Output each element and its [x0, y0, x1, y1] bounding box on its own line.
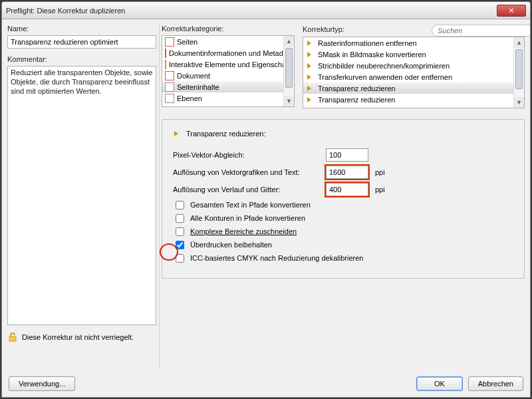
scrollbar[interactable]: ▲▼	[513, 37, 524, 108]
type-list[interactable]: Rasterinformationen entfernen SMask in B…	[303, 37, 525, 108]
arrow-icon	[173, 129, 182, 138]
list-item[interactable]: Ebenen	[162, 92, 283, 104]
ok-button[interactable]: OK	[416, 376, 463, 391]
checkbox-row[interactable]: Komplexe Bereiche zuschneiden	[173, 225, 513, 238]
document-icon	[165, 71, 174, 80]
arrow-icon	[306, 72, 315, 82]
right-area: Korrekturkategorie: Seiten Dokumentinfor…	[162, 25, 525, 368]
list-item[interactable]: Interaktive Elemente und Eigenschaften	[162, 59, 283, 70]
interactive-icon	[165, 60, 166, 69]
search-input[interactable]	[432, 25, 531, 37]
checkbox-row[interactable]: ICC-basiertes CMYK nach Reduzierung deka…	[173, 251, 513, 265]
layer-icon	[165, 94, 174, 103]
pixel-vector-input[interactable]	[326, 148, 368, 162]
params-title: Transparenz reduzieren:	[186, 130, 265, 138]
window-title: Preflight: Diese Korrektur duplizieren	[6, 7, 497, 15]
list-item[interactable]: Strichbilder neuberechnen/komprimieren	[303, 60, 513, 71]
type-label: Korrekturtyp:	[303, 25, 432, 33]
icc-cmyk-checkbox[interactable]	[176, 254, 184, 263]
name-input[interactable]	[7, 35, 156, 49]
gradient-res-input[interactable]	[326, 183, 368, 196]
arrow-icon	[306, 50, 315, 59]
param-label: Auflösung von Vektorgrafiken und Text:	[173, 168, 326, 176]
params-panel: Transparenz reduzieren: Pixel-Vektor-Abg…	[162, 119, 525, 279]
arrow-icon	[306, 95, 315, 104]
text-to-paths-checkbox[interactable]	[176, 201, 184, 209]
outlines-to-paths-checkbox[interactable]	[176, 214, 184, 223]
scrollbar[interactable]: ▲▼	[283, 36, 294, 106]
content-icon	[165, 82, 174, 92]
comment-label: Kommentar:	[7, 55, 156, 63]
cancel-button[interactable]: Abbrechen	[468, 376, 523, 391]
clip-complex-checkbox[interactable]	[176, 227, 184, 236]
checkbox-row[interactable]: Überdrucken beibehalten	[173, 238, 513, 251]
param-label: Pixel-Vektor-Abgleich:	[173, 151, 326, 159]
close-button[interactable]: ✕	[497, 5, 526, 17]
vector-res-input[interactable]	[326, 166, 368, 179]
page-icon	[165, 37, 174, 47]
name-label: Name:	[7, 25, 156, 33]
arrow-icon	[306, 39, 315, 48]
list-item[interactable]: Rasterinformationen entfernen	[303, 37, 513, 49]
list-item[interactable]: Transparenz reduzieren	[303, 94, 513, 105]
titlebar: Preflight: Diese Korrektur duplizieren ✕	[2, 2, 530, 19]
list-item[interactable]: Transparenz reduzieren	[303, 82, 513, 94]
dialog-window: Preflight: Diese Korrektur duplizieren ✕…	[1, 1, 531, 398]
lock-row: Diese Korrektur ist nicht verriegelt.	[7, 332, 156, 342]
arrow-icon	[306, 61, 315, 70]
usage-button[interactable]: Verwendung...	[9, 376, 75, 391]
list-item[interactable]: Dokumentinformationen und Metadaten	[162, 47, 283, 59]
list-item[interactable]: SMask in Bildmaske konvertieren	[303, 49, 513, 60]
unlock-icon	[7, 332, 18, 342]
footer: Verwendung... OK Abbrechen	[2, 370, 530, 397]
svg-rect-0	[9, 336, 16, 341]
unit-label: ppi	[375, 186, 385, 194]
checkbox-row[interactable]: Gesamten Text in Pfade konvertieren	[173, 198, 513, 211]
category-list[interactable]: Seiten Dokumentinformationen und Metadat…	[162, 35, 295, 107]
list-item[interactable]: Transferkurven anwenden oder entfernen	[303, 71, 513, 82]
param-label: Auflösung von Verlauf und Gitter:	[173, 186, 326, 194]
list-item[interactable]: Dokument	[162, 70, 283, 81]
lock-text: Diese Korrektur ist nicht verriegelt.	[22, 333, 134, 341]
preserve-overprint-checkbox[interactable]	[176, 241, 184, 249]
category-label: Korrekturkategorie:	[162, 25, 295, 33]
comment-textarea[interactable]: Reduziert alle transparenten Objekte, so…	[7, 66, 156, 325]
list-item[interactable]: Seiteninhalte	[162, 81, 283, 92]
separator	[159, 23, 160, 368]
unit-label: ppi	[375, 168, 385, 176]
checkbox-row[interactable]: Alle Konturen in Pfade konvertieren	[173, 211, 513, 225]
page-icon	[165, 49, 166, 58]
list-item[interactable]: Seiten	[162, 36, 283, 47]
left-column: Name: Kommentar: Reduziert alle transpar…	[7, 25, 156, 368]
arrow-icon	[306, 84, 315, 93]
